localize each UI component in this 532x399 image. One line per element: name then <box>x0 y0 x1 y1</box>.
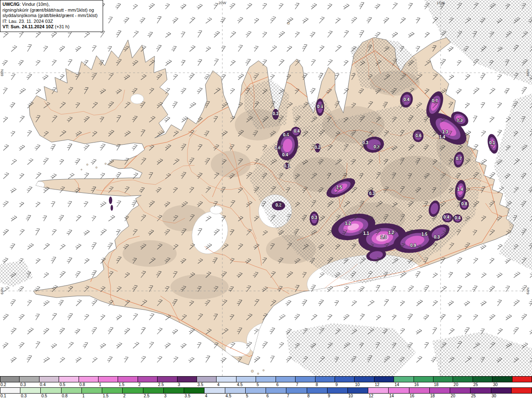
colorbar-tick-label: 7 <box>296 382 315 387</box>
colorbar-swatch <box>197 376 217 382</box>
colorbar-swatch <box>0 387 20 394</box>
colorbar-swatch <box>286 387 307 394</box>
parallel-label: 66N <box>0 69 4 76</box>
colorbar-segment: 0.2 <box>0 376 20 387</box>
precip-value-label: 0.4 <box>455 216 461 220</box>
colorbar-swatch <box>409 387 430 394</box>
colorbar-swatch <box>20 387 41 394</box>
precip-value-label: 0.3 <box>434 235 440 239</box>
colorbar-segment: 1.5 <box>118 376 138 387</box>
colorbar-segment: 0.4 <box>39 376 59 387</box>
colorbar-tick-label: 25 <box>470 394 491 399</box>
colorbar-segment: 10 <box>355 376 374 387</box>
colorbar-swatch <box>348 387 368 394</box>
colorbar-segment <box>512 376 532 387</box>
colorbar-tick-label: 10 <box>348 394 368 399</box>
colorbar-tick-label: 25 <box>473 382 493 387</box>
colorbar-swatch <box>177 376 197 382</box>
precip-value-label: 1.4 <box>439 135 445 139</box>
colorbar-tick-label: 0.2 <box>0 382 20 387</box>
colorbar-tick-label: 3 <box>164 394 184 399</box>
colorbar-swatch <box>118 376 138 382</box>
init-time: IT: Lau. 23. 11. 2024 03Z <box>2 19 101 25</box>
colorbar-segment: 7 <box>286 387 307 399</box>
legend-title-line: UWC/IG: Vindur (10m), <box>2 2 101 7</box>
precip-value-label: 0.3 <box>311 215 317 220</box>
colorbar-tick-label: 0.5 <box>59 382 79 387</box>
colorbar-tick-label: 20 <box>453 382 473 387</box>
colorbar-segment: 16 <box>414 376 433 387</box>
colorbar-tick-label: 2 <box>123 394 143 399</box>
parallel-label: 64N <box>0 288 4 295</box>
colorbar-segment: 14 <box>389 387 409 399</box>
title-rest: : Vindur (10m), <box>20 2 50 7</box>
colorbar-tick-label: 30 <box>491 394 512 399</box>
colorbar-swatch <box>256 376 276 382</box>
colorbar-tick-label: 4.5 <box>225 394 246 399</box>
colorbar-swatch <box>315 376 335 382</box>
colorbar-tick-label: 30 <box>493 382 512 387</box>
colorbar-swatch <box>236 376 256 382</box>
colorbar-swatch <box>62 387 82 394</box>
colorbar-swatch <box>394 376 414 382</box>
colorbar-tick-label: 20 <box>450 394 470 399</box>
colorbar-tick-label: 3.5 <box>184 394 204 399</box>
precip-value-label: 1.5 <box>336 185 342 190</box>
precip-value-label: 0.8 <box>461 202 467 206</box>
colorbar-swatch <box>204 387 225 394</box>
colorbar-segment: 5 <box>256 376 276 387</box>
colorbar-swatch <box>493 376 512 382</box>
colorbar-segment: 12 <box>368 387 389 399</box>
colorbar-swatch <box>512 376 532 382</box>
colorbar-tick-label: 3 <box>177 382 197 387</box>
colorbar-tick-label: 4 <box>217 382 236 387</box>
colorbar-swatch <box>266 387 286 394</box>
weather-map-page: 20W15W66N66N64N64N 0.40.70.40.31.31.31.4… <box>0 0 532 399</box>
colorbar-swatch <box>414 376 433 382</box>
colorbar-segment: 20 <box>450 387 470 399</box>
colorbar-tick-label: 2.5 <box>158 382 177 387</box>
colorbar-segment: 1 <box>82 387 102 399</box>
colorbar-swatch <box>328 387 348 394</box>
colorbar-swatch <box>20 376 39 382</box>
precip-value-label: 0.2 <box>315 145 320 150</box>
colorbar-swatch <box>41 387 61 394</box>
colorbar-segment <box>512 387 532 399</box>
colorbar-tick-label <box>512 382 532 387</box>
colorbar-segment: 6 <box>276 376 296 387</box>
colorbar-swatch <box>470 387 491 394</box>
colorbar-segment: 1 <box>99 376 118 387</box>
colorbar-tick-label: 5 <box>256 382 276 387</box>
legend-subtitle-1: rigning/skúrir (grænt/blátt/rautt - mm/1… <box>2 7 101 13</box>
colorbar-segment: 12 <box>374 376 394 387</box>
colorbar-rain: 0.10.30.50.811.522.533.544.5567891012141… <box>0 387 532 399</box>
colorbar-swatch <box>307 387 328 394</box>
precip-value-label: 0.4 <box>283 133 289 137</box>
precip-value-label: 0.4 <box>282 153 288 157</box>
colorbar-sleet-snow: 0.20.30.40.50.811.522.533.544.5567891012… <box>0 376 532 387</box>
colorbar-segment: 3.5 <box>184 387 204 399</box>
colorbar-tick-label: 0.5 <box>41 394 61 399</box>
precip-value-label: 0.7 <box>456 156 462 161</box>
colorbar-swatch <box>59 376 79 382</box>
precip-value-label: 1.3 <box>381 235 387 239</box>
precip-value-label: 1.3 <box>442 130 448 134</box>
colorbar-tick-label: 1 <box>99 382 118 387</box>
colorbar-segment: 4.5 <box>236 376 256 387</box>
colorbar-tick-label: 3.5 <box>197 382 217 387</box>
precip-value-label: 0.4 <box>294 129 300 133</box>
colorbar-swatch <box>374 376 394 382</box>
colorbar-swatch <box>225 387 246 394</box>
colorbar-segment: 3 <box>164 387 184 399</box>
colorbar-tick-label <box>512 394 532 399</box>
colorbar-segment: 5 <box>246 387 266 399</box>
colorbar-segment: 2.5 <box>143 387 164 399</box>
colorbar-swatch <box>158 376 177 382</box>
colorbar-segment: 10 <box>348 387 368 399</box>
colorbar-swatch <box>491 387 512 394</box>
colorbar-swatch <box>430 387 450 394</box>
colorbar-tick-label: 16 <box>414 382 433 387</box>
model-name: UWC/IG <box>2 2 20 7</box>
colorbar-segment: 18 <box>433 376 453 387</box>
colorbar-tick-label: 14 <box>394 382 414 387</box>
